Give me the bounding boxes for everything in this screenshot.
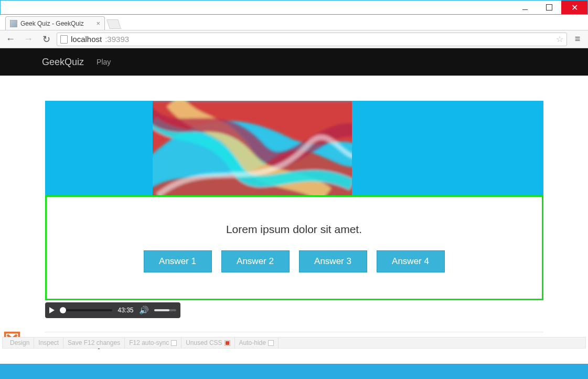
browser-tab[interactable]: Geek Quiz - GeekQuiz ×: [5, 16, 105, 30]
answers-row: Answer 1 Answer 2 Answer 3 Answer 4: [144, 250, 445, 272]
question-text: Lorem ipsum dolor sit amet.: [226, 223, 362, 236]
browser-link-item[interactable]: Auto-hide: [235, 338, 279, 348]
seek-slider[interactable]: [60, 307, 113, 313]
answer-button-2[interactable]: Answer 2: [221, 250, 290, 272]
volume-icon[interactable]: 🔊: [139, 306, 149, 315]
site-brand[interactable]: GeekQuiz: [42, 57, 84, 68]
site-navbar: GeekQuiz Play: [0, 48, 588, 76]
url-host: localhost: [71, 35, 102, 44]
address-bar[interactable]: localhost:39393 ☆: [57, 33, 567, 46]
back-button[interactable]: ←: [3, 32, 18, 47]
browser-link-toolbar: DesignInspectSave F12 changesF12 auto-sy…: [2, 337, 586, 349]
checkbox-icon[interactable]: [171, 340, 177, 346]
answer-button-3[interactable]: Answer 3: [299, 250, 367, 272]
window-close-button[interactable]: ✕: [561, 1, 587, 14]
window-title-bar: ✕: [0, 0, 588, 15]
tab-title: Geek Quiz - GeekQuiz: [20, 20, 84, 27]
browser-link-label: F12 auto-sync: [129, 339, 169, 346]
favicon-icon: [10, 20, 17, 27]
browser-link-label: Auto-hide: [239, 339, 266, 346]
window-minimize-button[interactable]: [513, 1, 537, 14]
page-viewport: GeekQuiz Play Lorem ipsum dolo: [0, 48, 588, 364]
checkbox-icon[interactable]: [268, 340, 274, 346]
browser-tab-strip: Geek Quiz - GeekQuiz ×: [0, 15, 588, 30]
browser-link-label: Design: [10, 339, 29, 346]
browser-link-label: Inspect: [38, 339, 59, 346]
footer-divider: [45, 332, 543, 332]
answer-button-1[interactable]: Answer 1: [144, 250, 212, 272]
volume-slider[interactable]: [154, 309, 176, 311]
browser-link-item[interactable]: Design: [6, 338, 34, 348]
content-wrap: Lorem ipsum dolor sit amet. Answer 1 Ans…: [45, 101, 543, 349]
browser-link-item[interactable]: F12 auto-sync: [125, 338, 181, 348]
answer-button-4[interactable]: Answer 4: [377, 250, 445, 272]
abstract-paint-image: [153, 101, 352, 195]
hero-image-strip: [45, 101, 543, 195]
forward-button[interactable]: →: [21, 32, 36, 47]
chrome-menu-button[interactable]: ≡: [570, 32, 585, 47]
nav-link-play[interactable]: Play: [97, 58, 111, 66]
browser-toolbar: ← → ↻ localhost:39393 ☆ ≡: [0, 30, 588, 48]
reload-button[interactable]: ↻: [39, 32, 54, 47]
audio-player[interactable]: 43:35 🔊: [45, 302, 180, 318]
page-icon: [60, 35, 68, 44]
record-indicator-icon[interactable]: [224, 340, 230, 346]
browser-link-label: Save F12 changes: [68, 339, 120, 346]
play-icon[interactable]: [49, 307, 55, 313]
question-panel: Lorem ipsum dolor sit amet. Answer 1 Ans…: [45, 195, 543, 300]
browser-link-item[interactable]: Unused CSS: [181, 338, 234, 348]
time-remaining: 43:35: [117, 307, 133, 314]
new-tab-button[interactable]: [106, 19, 121, 29]
bookmark-star-icon[interactable]: ☆: [556, 34, 563, 44]
browser-link-item[interactable]: Inspect: [34, 338, 63, 348]
window-maximize-button[interactable]: [537, 1, 561, 14]
tab-close-icon[interactable]: ×: [96, 19, 100, 27]
browser-link-item[interactable]: Save F12 changes: [63, 338, 125, 348]
url-port: :39393: [105, 35, 129, 44]
browser-link-label: Unused CSS: [186, 339, 222, 346]
